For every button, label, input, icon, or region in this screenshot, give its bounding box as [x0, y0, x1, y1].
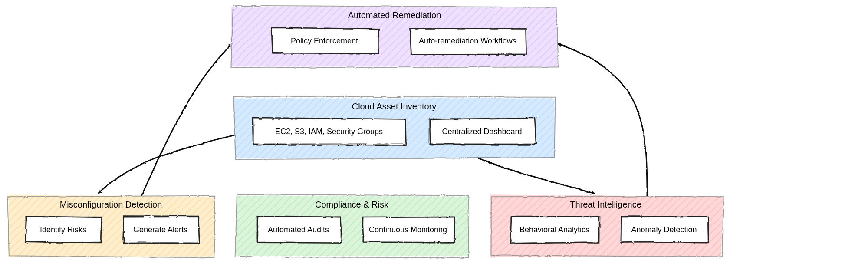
panel-compliance_risk-item-1-label: Continuous Monitoring — [369, 225, 447, 234]
panel-cloud_asset_inventory-item-0-label: EC2, S3, IAM, Security Groups — [275, 127, 383, 136]
panel-threat_intelligence-item-1: Anomaly Detection — [621, 216, 708, 243]
arrow-inventory-to-threat — [477, 158, 595, 193]
panel-title-compliance_risk: Compliance & Risk — [315, 200, 389, 209]
panel-threat_intelligence-item-0: Behavioral Analytics — [510, 216, 600, 243]
arrow-misconfig-to-remediation — [141, 43, 232, 195]
panel-cloud_asset_inventory: Cloud Asset InventoryEC2, S3, IAM, Secur… — [233, 96, 555, 159]
panel-automated_remediation-item-0: Policy Enforcement — [271, 27, 378, 54]
architecture-diagram: Automated RemediationPolicy EnforcementA… — [0, 0, 868, 280]
panel-misconfiguration_detection-item-0-label: Identify Risks — [40, 225, 86, 234]
panel-misconfiguration_detection: Misconfiguration DetectionIdentify Risks… — [7, 194, 214, 257]
panel-automated_remediation-item-1: Auto-remediation Workflows — [409, 28, 526, 54]
panel-title-threat_intelligence: Threat Intelligence — [570, 200, 641, 209]
panel-cloud_asset_inventory-item-1: Centralized Dashboard — [428, 118, 536, 145]
panel-title-cloud_asset_inventory: Cloud Asset Inventory — [352, 102, 437, 111]
panel-title-automated_remediation: Automated Remediation — [348, 10, 441, 20]
panel-threat_intelligence: Threat IntelligenceBehavioral AnalyticsA… — [490, 194, 723, 257]
panel-compliance_risk: Compliance & RiskAutomated AuditsContinu… — [235, 194, 469, 257]
panel-compliance_risk-item-0: Automated Audits — [256, 216, 342, 243]
panel-cloud_asset_inventory-item-1-label: Centralized Dashboard — [442, 127, 522, 136]
arrow-inventory-to-misconfig — [98, 135, 234, 193]
panel-compliance_risk-item-1: Continuous Monitoring — [362, 216, 454, 243]
panel-misconfiguration_detection-item-1: Generate Alerts — [122, 215, 199, 243]
panel-title-misconfiguration_detection: Misconfiguration Detection — [60, 200, 162, 209]
panels-layer: Automated RemediationPolicy EnforcementA… — [7, 5, 723, 257]
panel-automated_remediation-item-1-label: Auto-remediation Workflows — [419, 36, 516, 45]
panel-misconfiguration_detection-item-0: Identify Risks — [25, 216, 102, 243]
panel-threat_intelligence-item-0-label: Behavioral Analytics — [519, 225, 589, 234]
panel-automated_remediation: Automated RemediationPolicy EnforcementA… — [230, 5, 558, 67]
arrow-threat-to-remediation — [557, 43, 647, 195]
panel-compliance_risk-item-0-label: Automated Audits — [268, 225, 329, 234]
panel-threat_intelligence-item-1-label: Anomaly Detection — [631, 225, 697, 234]
panel-automated_remediation-item-0-label: Policy Enforcement — [291, 36, 358, 45]
panel-cloud_asset_inventory-item-0: EC2, S3, IAM, Security Groups — [252, 117, 406, 145]
panel-misconfiguration_detection-item-1-label: Generate Alerts — [133, 225, 187, 234]
